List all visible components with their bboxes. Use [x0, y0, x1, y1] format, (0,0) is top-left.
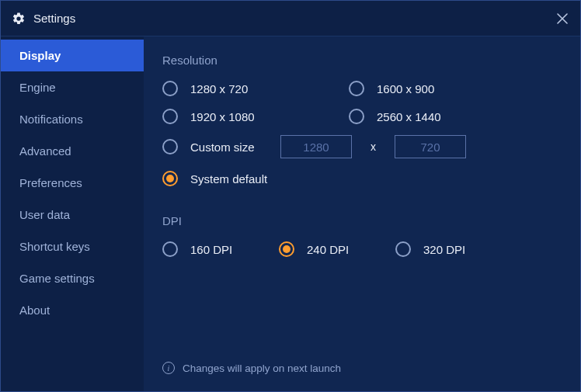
sidebar-item-label: Notifications [19, 113, 83, 126]
radio-icon [349, 81, 364, 96]
dpi-title: DPI [162, 214, 562, 227]
radio-label: System default [190, 172, 267, 186]
resolution-custom-row: Custom size x [162, 135, 562, 158]
resolution-option-custom[interactable] [162, 139, 178, 154]
dpi-options: 160 DPI 240 DPI 320 DPI [162, 241, 562, 257]
close-icon [557, 13, 568, 24]
radio-label: Custom size [190, 140, 268, 154]
sidebar-item-shortcut-keys[interactable]: Shortcut keys [1, 231, 144, 262]
radio-icon [279, 241, 294, 257]
resolution-option-1920x1080[interactable]: 1920 x 1080 [162, 109, 349, 124]
dpi-option-160[interactable]: 160 DPI [162, 241, 279, 257]
sidebar-item-label: Display [19, 49, 61, 62]
sidebar-item-label: User data [19, 208, 70, 221]
custom-height-input[interactable] [395, 135, 466, 158]
sidebar-item-advanced[interactable]: Advanced [1, 135, 144, 167]
sidebar-item-notifications[interactable]: Notifications [1, 103, 144, 135]
resolution-option-1280x720[interactable]: 1280 x 720 [162, 81, 349, 96]
close-button[interactable] [555, 12, 569, 26]
radio-label: 1600 x 900 [377, 82, 434, 95]
resolution-option-system-default[interactable]: System default [162, 171, 562, 186]
sidebar-item-display[interactable]: Display [1, 40, 144, 71]
resolution-option-1600x900[interactable]: 1600 x 900 [349, 81, 535, 96]
sidebar-item-user-data[interactable]: User data [1, 199, 144, 231]
radio-label: 1920 x 1080 [190, 110, 255, 123]
radio-icon [349, 109, 364, 124]
footer-note: i Changes will apply on next launch [162, 362, 562, 382]
window-title: Settings [33, 12, 75, 25]
info-icon: i [162, 362, 175, 374]
radio-icon [162, 241, 178, 257]
dpi-option-320[interactable]: 320 DPI [395, 241, 512, 257]
custom-width-input[interactable] [280, 135, 352, 158]
resolution-title: Resolution [162, 54, 562, 67]
sidebar-item-label: Game settings [19, 272, 95, 285]
sidebar-item-label: Advanced [19, 144, 71, 158]
sidebar-item-engine[interactable]: Engine [1, 71, 144, 103]
sidebar-item-preferences[interactable]: Preferences [1, 167, 144, 199]
sidebar-item-label: Engine [19, 81, 56, 94]
footer-note-text: Changes will apply on next launch [183, 363, 341, 374]
sidebar: Display Engine Notifications Advanced Pr… [1, 36, 144, 391]
settings-window: Settings Display Engine Notifications Ad… [0, 0, 581, 392]
dimension-separator: x [371, 140, 376, 153]
sidebar-item-about[interactable]: About [1, 294, 144, 326]
radio-label: 1280 x 720 [190, 82, 248, 95]
resolution-option-2560x1440[interactable]: 2560 x 1440 [349, 109, 535, 124]
sidebar-item-game-settings[interactable]: Game settings [1, 262, 144, 294]
content-pane: Resolution 1280 x 720 1600 x 900 1920 x … [144, 36, 580, 391]
gear-icon [12, 12, 26, 26]
dpi-option-240[interactable]: 240 DPI [279, 241, 395, 257]
radio-icon [162, 109, 178, 124]
radio-label: 2560 x 1440 [377, 110, 441, 123]
sidebar-item-label: Preferences [19, 176, 82, 189]
radio-label: 240 DPI [307, 243, 349, 256]
radio-icon [395, 241, 411, 257]
radio-label: 320 DPI [423, 243, 465, 256]
radio-icon [162, 171, 178, 186]
resolution-options: 1280 x 720 1600 x 900 1920 x 1080 2560 x… [162, 81, 562, 124]
radio-icon [162, 81, 178, 96]
radio-label: 160 DPI [190, 243, 232, 256]
titlebar: Settings [1, 1, 580, 36]
sidebar-item-label: About [19, 304, 50, 317]
sidebar-item-label: Shortcut keys [19, 240, 90, 253]
